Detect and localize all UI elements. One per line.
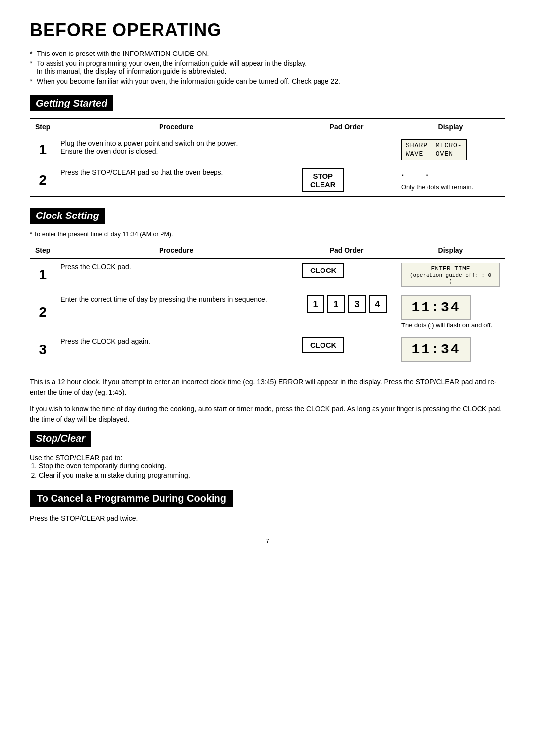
procedure-cell: Press the CLOCK pad again. [55,333,297,366]
stop-clear-list: Stop the oven temporarily during cooking… [30,462,505,479]
step-number: 1 [30,135,55,164]
sharp-text: SHARP [406,142,432,149]
pad-order-cell: CLOCK [297,259,396,291]
procedure-cell: Press the STOP/CLEAR pad so that the ove… [55,164,297,197]
pad-order-cell: 1 1 3 4 [297,291,396,333]
enter-time-line1: ENTER TIME [407,265,494,272]
table-row: 2 Press the STOP/CLEAR pad so that the o… [30,164,505,197]
stop-clear-item-2: Clear if you make a mistake during progr… [39,471,505,479]
lcd-flash-display: 11:34 [401,295,471,320]
stop-clear-heading: Stop/Clear [30,431,91,447]
display-cell: 11:34 [396,333,505,366]
key-1b[interactable]: 1 [327,295,345,313]
table-row: 2 Enter the correct time of day by press… [30,291,505,333]
oven-text: OVEN [436,150,462,158]
number-keys: 1 1 3 4 [302,295,391,313]
lcd-flash-note: The dots (:) will flash on and off. [401,322,500,329]
table-row: 1 Press the CLOCK pad. CLOCK ENTER TIME … [30,259,505,291]
pad-order-cell: STOP CLEAR [297,164,396,197]
stop-clear-intro: Use the STOP/CLEAR pad to: [30,454,505,462]
stop-clear-section: Stop/Clear Use the STOP/CLEAR pad to: St… [30,431,505,479]
th-display: Display [396,119,505,135]
table-row: 3 Press the CLOCK pad again. CLOCK 11:34 [30,333,505,366]
step-number: 2 [30,291,55,333]
clear-label: CLEAR [310,180,336,189]
th-pad-order: Pad Order [297,242,396,259]
clock-setting-heading: Clock Setting [30,208,105,224]
pad-order-cell [297,135,396,164]
dots-display: · · [401,168,500,181]
clock-button-2[interactable]: CLOCK [302,337,344,353]
stop-clear-button[interactable]: STOP CLEAR [302,168,344,192]
page-number: 7 [30,537,505,545]
display-cell: ENTER TIME (operation guide off: : 0 ) [396,259,505,291]
display-cell: · · Only the dots will remain. [396,164,505,197]
clock-setting-table: Step Procedure Pad Order Display 1 Press… [30,242,505,366]
dots-note: Only the dots will remain. [401,183,500,191]
enter-time-line2: (operation guide off: : 0 ) [407,272,494,284]
th-step: Step [30,242,55,259]
procedure-cell: Enter the correct time of day by pressin… [55,291,297,333]
th-display: Display [396,242,505,259]
bullet-4: When you become familiar with your oven,… [30,77,505,85]
clock-button-1[interactable]: CLOCK [302,263,344,278]
getting-started-section: Getting Started Step Procedure Pad Order… [30,95,505,197]
clock-footer-1: This is a 12 hour clock. If you attempt … [30,377,505,398]
step-number: 3 [30,333,55,366]
th-procedure: Procedure [55,242,297,259]
stop-label: STOP [310,172,336,180]
bullet-2-3: To assist you in programming your oven, … [30,59,505,75]
procedure-cell: Plug the oven into a power point and swi… [55,135,297,164]
clock-note: * To enter the present time of day 11:34… [30,231,505,238]
key-1a[interactable]: 1 [307,295,324,313]
th-step: Step [30,119,55,135]
display-cell: SHARP MICRO- WAVE OVEN [396,135,505,164]
key-3[interactable]: 3 [348,295,366,313]
stop-clear-item-1: Stop the oven temporarily during cooking… [39,462,505,470]
clock-setting-section: Clock Setting * To enter the present tim… [30,208,505,366]
key-4[interactable]: 4 [369,295,387,313]
cancel-programme-section: To Cancel a Programme During Cooking Pre… [30,490,505,522]
clock-footer-2: If you wish to know the time of day duri… [30,404,505,425]
enter-time-display: ENTER TIME (operation guide off: : 0 ) [401,263,500,287]
th-procedure: Procedure [55,119,297,135]
display-cell: 11:34 The dots (:) will flash on and off… [396,291,505,333]
cancel-programme-heading: To Cancel a Programme During Cooking [30,490,233,507]
pad-order-cell: CLOCK [297,333,396,366]
sharp-logo-display: SHARP MICRO- WAVE OVEN [401,139,467,160]
lcd-final-display: 11:34 [401,337,471,362]
getting-started-table: Step Procedure Pad Order Display 1 Plug … [30,118,505,197]
micro-text: MICRO- [436,142,462,149]
procedure-cell: Press the CLOCK pad. [55,259,297,291]
bullet-1: This oven is preset with the INFORMATION… [30,50,505,57]
step-number: 2 [30,164,55,197]
table-row: 1 Plug the oven into a power point and s… [30,135,505,164]
intro-bullets: This oven is preset with the INFORMATION… [30,50,505,85]
page-title: BEFORE OPERATING [30,20,505,41]
cancel-programme-text: Press the STOP/CLEAR pad twice. [30,514,505,522]
th-pad-order: Pad Order [297,119,396,135]
getting-started-heading: Getting Started [30,95,113,111]
step-number: 1 [30,259,55,291]
wave-text: WAVE [406,150,432,158]
